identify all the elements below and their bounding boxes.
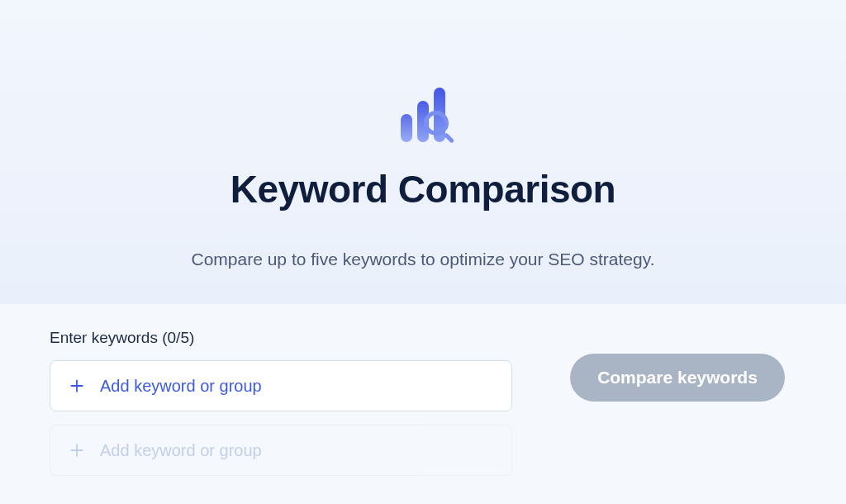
keyword-comparison-logo-icon — [382, 68, 464, 142]
bars-icon — [401, 88, 445, 142]
plus-icon — [69, 442, 85, 459]
page-title: Keyword Comparison — [231, 167, 615, 212]
compare-keywords-button[interactable]: Compare keywords — [570, 354, 785, 402]
plus-icon — [69, 378, 85, 394]
keywords-column: Enter keywords (0/5) Add keyword or grou… — [50, 329, 512, 489]
enter-keywords-label: Enter keywords (0/5) — [50, 329, 512, 347]
hero-section: Keyword Comparison Compare up to five ke… — [0, 0, 846, 304]
action-column: Compare keywords — [570, 329, 796, 402]
add-keyword-row-1[interactable]: Add keyword or group — [50, 360, 512, 411]
add-keyword-label: Add keyword or group — [100, 377, 262, 396]
add-keyword-row-2[interactable]: Add keyword or group — [50, 425, 512, 476]
magnifier-icon — [424, 111, 460, 147]
add-keyword-label: Add keyword or group — [100, 441, 262, 460]
content-area: Enter keywords (0/5) Add keyword or grou… — [0, 304, 846, 489]
page-subtitle: Compare up to five keywords to optimize … — [191, 250, 654, 269]
